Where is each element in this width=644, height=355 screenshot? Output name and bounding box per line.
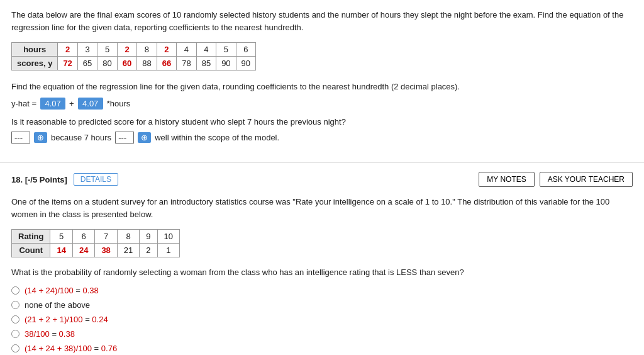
blue-indicator-1: ⊕ [34, 132, 47, 143]
count-val-6: 24 [72, 244, 94, 257]
option-2-text: none of the above [25, 300, 90, 310]
hours-val-8: 4 [196, 43, 216, 57]
option-3-eq: = [83, 315, 92, 324]
problem-header-left: 18. [-/5 Points] DETAILS [11, 173, 118, 186]
score-val-8: 85 [196, 57, 216, 70]
my-notes-button[interactable]: MY NOTES [479, 172, 534, 187]
hours-val-4: 2 [117, 43, 136, 57]
radio-4[interactable] [11, 330, 19, 338]
hours-val-5: 8 [137, 43, 157, 57]
score-val-2: 65 [77, 57, 97, 70]
rating-val-7: 7 [95, 230, 117, 244]
reasonable-answer-row: --- ⊕ because 7 hours --- ⊕ well within … [11, 132, 633, 144]
scores-header: scores, y [12, 57, 58, 70]
answer-options: (14 + 24)/100 = 0.38 none of the above (… [11, 286, 633, 353]
score-val-5: 88 [137, 57, 157, 70]
radio-5[interactable] [11, 344, 19, 352]
hours-scores-table: hours 2 3 5 2 8 2 4 4 5 6 scores, y 72 6… [11, 42, 256, 70]
rating-table: Rating 5 6 7 8 9 10 Count 14 24 38 21 2 … [11, 229, 180, 257]
option-5-text: (14 + 24 + 38)/100 = 0.76 [25, 344, 117, 353]
rating-val-8: 8 [117, 230, 139, 244]
details-button[interactable]: DETAILS [74, 173, 118, 186]
bottom-section: 18. [-/5 Points] DETAILS MY NOTES ASK YO… [0, 163, 644, 355]
reasonable-question: Is it reasonable to predicted score for … [11, 117, 633, 127]
plus-sign: + [69, 99, 74, 108]
hours-header: hours [12, 43, 58, 57]
rating-val-5: 5 [50, 230, 72, 244]
radio-3[interactable] [11, 315, 19, 324]
blue-indicator-2: ⊕ [138, 132, 151, 143]
hours-val-2: 3 [77, 43, 97, 57]
blank1-select[interactable]: --- [11, 132, 30, 144]
option-1: (14 + 24)/100 = 0.38 [11, 286, 633, 295]
option-3-before: (21 + 2 + 1)/100 [25, 315, 83, 324]
hours-val-6: 2 [157, 43, 176, 57]
hours-val-9: 5 [216, 43, 236, 57]
option-3: (21 + 2 + 1)/100 = 0.24 [11, 315, 633, 324]
count-val-10: 1 [157, 244, 179, 257]
option-5-value: 0.76 [101, 344, 117, 353]
rating-header: Rating [12, 230, 50, 244]
option-1-before: (14 + 24)/100 [25, 286, 74, 295]
option-1-value: 0.38 [83, 286, 99, 295]
count-header: Count [12, 244, 50, 257]
blank2-select[interactable]: --- [115, 132, 134, 144]
score-val-4: 60 [117, 57, 136, 70]
option-3-value: 0.24 [92, 315, 108, 324]
yhat-label: y-hat = [11, 99, 36, 108]
radio-1[interactable] [11, 286, 19, 295]
top-section: The data below are the final exam scores… [0, 0, 644, 163]
hours-val-3: 5 [97, 43, 117, 57]
score-val-7: 78 [177, 57, 196, 70]
option-1-eq: = [74, 286, 83, 295]
coeff2-input[interactable]: 4.07 [78, 98, 103, 110]
hours-val-1: 2 [58, 43, 77, 57]
header-buttons: MY NOTES ASK YOUR TEACHER [479, 172, 633, 187]
ask-teacher-button[interactable]: ASK YOUR TEACHER [540, 172, 633, 187]
score-val-1: 72 [58, 57, 77, 70]
option-4-before: 38/100 [25, 329, 50, 339]
score-val-3: 80 [97, 57, 117, 70]
option-3-text: (21 + 2 + 1)/100 = 0.24 [25, 315, 108, 324]
problem-header: 18. [-/5 Points] DETAILS MY NOTES ASK YO… [11, 172, 633, 187]
equation-row: y-hat = 4.07 + 4.07 *hours [11, 98, 633, 110]
well-within-label: well within the scope of the model. [155, 133, 279, 142]
option-4-text: 38/100 = 0.38 [25, 329, 75, 339]
hours-val-10: 6 [236, 43, 255, 57]
rating-val-9: 9 [140, 230, 157, 244]
count-val-7: 38 [95, 244, 117, 257]
hours-val-7: 4 [177, 43, 196, 57]
count-val-9: 2 [140, 244, 157, 257]
option-1-text: (14 + 24)/100 = 0.38 [25, 286, 99, 295]
option-2: none of the above [11, 300, 633, 310]
option-4: 38/100 = 0.38 [11, 329, 633, 339]
radio-2[interactable] [11, 301, 19, 309]
survey-text: One of the items on a student survey for… [11, 196, 633, 220]
rating-val-10: 10 [157, 230, 179, 244]
option-4-eq: = [50, 329, 59, 339]
score-val-6: 66 [157, 57, 176, 70]
option-5: (14 + 24 + 38)/100 = 0.76 [11, 344, 633, 353]
probability-question: What is the probability of randomly sele… [11, 268, 633, 277]
score-val-10: 90 [236, 57, 255, 70]
problem-number: 18. [-/5 Points] [11, 175, 67, 184]
because-label: because 7 hours [51, 133, 111, 142]
count-val-5: 14 [50, 244, 72, 257]
option-4-value: 0.38 [59, 329, 75, 339]
coeff1-input[interactable]: 4.07 [40, 98, 65, 110]
score-val-9: 90 [216, 57, 236, 70]
count-val-8: 21 [117, 244, 139, 257]
top-problem-text: The data below are the final exam scores… [11, 9, 633, 33]
times-hours-label: *hours [107, 99, 131, 108]
find-equation-text: Find the equation of the regression line… [11, 82, 633, 91]
option-5-before: (14 + 24 + 38)/100 [25, 344, 92, 353]
rating-val-6: 6 [72, 230, 94, 244]
option-5-eq: = [92, 344, 101, 353]
